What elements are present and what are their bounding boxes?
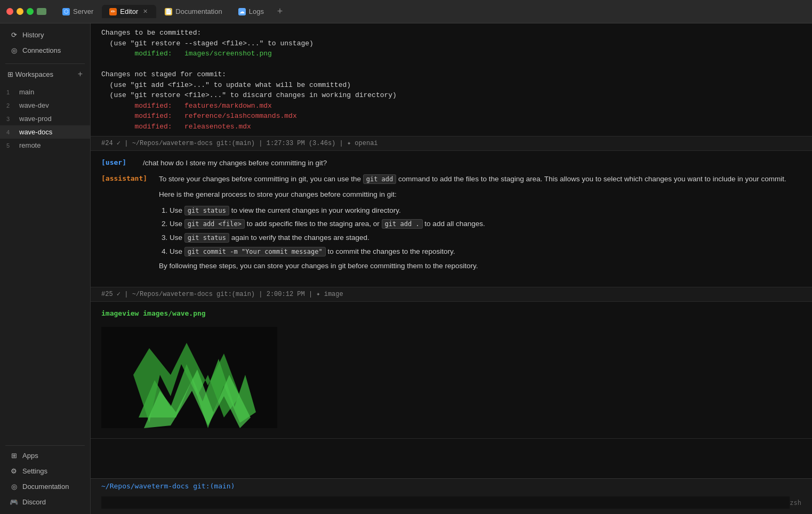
- tab-server-label: Server: [73, 7, 93, 15]
- workspace-item-wave-prod[interactable]: 3 wave-prod: [0, 112, 90, 125]
- minimize-button[interactable]: [17, 8, 23, 15]
- code-git-add: git add: [363, 174, 397, 184]
- tab-logs-label: Logs: [249, 7, 264, 15]
- sidebar-divider-1: [5, 63, 85, 64]
- code-git-add-dot: git add .: [382, 219, 423, 229]
- sidebar-item-documentation[interactable]: ◎ Documentation: [2, 479, 88, 494]
- history-icon: ⟳: [10, 30, 18, 39]
- terminal-input[interactable]: [101, 496, 790, 509]
- workspace-item-main[interactable]: 1 main: [0, 85, 90, 99]
- sidebar-apps-label: Apps: [22, 452, 38, 460]
- image-block: imageview images/wave.png: [91, 302, 812, 439]
- chat-assistant-label: [assistant]: [101, 173, 155, 276]
- sidebar-item-settings[interactable]: ⚙ Settings: [2, 463, 88, 478]
- code-git-status-2: git status: [184, 233, 229, 243]
- bottom-prompt-text: ~/Repos/waveterm-docs git:(main): [101, 482, 235, 490]
- workspace-list: 1 main 2 wave-dev 3 wave-prod 4 wave-doc…: [0, 82, 90, 155]
- sidebar-connections-label: Connections: [22, 46, 61, 54]
- terminal-output[interactable]: Changes to be committed: (use "git resto…: [91, 23, 812, 478]
- titlebar: ⬡ Server ✏ Editor ✕ 📄 Documentation ☁ Lo…: [0, 0, 812, 23]
- connections-icon: ◎: [10, 46, 18, 54]
- terminal-block-1: Changes to be committed: (use "git resto…: [91, 23, 812, 136]
- tab-editor[interactable]: ✏ Editor ✕: [102, 5, 156, 18]
- assistant-para-closing: By following these steps, you can store …: [159, 260, 801, 272]
- sidebar-settings-label: Settings: [22, 467, 47, 475]
- workspace-item-wave-docs[interactable]: 4 wave-docs: [0, 125, 90, 139]
- workspace-item-remote[interactable]: 5 remote: [0, 139, 90, 152]
- code-git-commit: git commit -m "Your commit message": [184, 247, 326, 256]
- workspace-wave-dev-label: wave-dev: [19, 101, 49, 109]
- tab-documentation-label: Documentation: [175, 7, 222, 15]
- git-status-line-3: modified: images/screenshot.png: [101, 49, 801, 59]
- tab-editor-close[interactable]: ✕: [141, 8, 149, 15]
- step-1: Use git status to view the current chang…: [170, 205, 801, 216]
- special-button[interactable]: [37, 8, 46, 15]
- code-git-add-file: git add <file>: [184, 219, 245, 229]
- sidebar-item-discord[interactable]: 🎮 Discord: [2, 494, 88, 509]
- sidebar-item-apps[interactable]: ⊞ Apps: [2, 448, 88, 463]
- tab-server[interactable]: ⬡ Server: [55, 5, 101, 18]
- git-status-line-9: modified: releasenotes.mdx: [101, 122, 801, 132]
- workspace-remote-label: remote: [19, 141, 41, 149]
- workspaces-label: ⊞ Workspaces: [7, 70, 53, 78]
- documentation-icon: ◎: [10, 482, 18, 491]
- code-git-status-1: git status: [184, 206, 229, 215]
- maximize-button[interactable]: [27, 8, 34, 15]
- tab-documentation[interactable]: 📄 Documentation: [157, 5, 229, 18]
- sidebar-top-section: ⟳ History ◎ Connections: [0, 23, 90, 61]
- bottom-prompt-bar: ~/Repos/waveterm-docs git:(main): [91, 478, 812, 493]
- assistant-steps-list: Use git status to view the current chang…: [159, 205, 801, 257]
- chat-user-line: [user] /chat how do I store my changes b…: [101, 157, 801, 169]
- sidebar-item-history[interactable]: ⟳ History: [2, 27, 88, 42]
- assistant-para-2: Here is the general process to store you…: [159, 189, 801, 200]
- server-tab-icon: ⬡: [62, 8, 70, 15]
- tab-bar: ⬡ Server ✏ Editor ✕ 📄 Documentation ☁ Lo…: [55, 4, 806, 19]
- git-status-line-5: (use "git add <file>..." to update what …: [101, 80, 801, 91]
- chat-assistant-line: [assistant] To store your changes before…: [101, 173, 801, 276]
- git-status-line-1: Changes to be committed:: [101, 28, 801, 38]
- status-prompt-3: #25 ✓ | ~/Repos/waveterm-docs git:(main)…: [101, 290, 343, 299]
- sidebar-divider-2: [5, 445, 85, 446]
- close-button[interactable]: [6, 8, 13, 15]
- wave-logo-image: [101, 327, 277, 428]
- workspaces-add-button[interactable]: +: [78, 69, 83, 79]
- terminal-status-line-3: #25 ✓ | ~/Repos/waveterm-docs git:(main)…: [91, 287, 812, 302]
- docs-tab-icon: 📄: [165, 8, 172, 15]
- sidebar-discord-label: Discord: [22, 498, 46, 506]
- git-status-line-2: (use "git restore --staged <file>..." to…: [101, 38, 801, 49]
- settings-icon: ⚙: [10, 467, 18, 475]
- discord-icon: 🎮: [10, 497, 18, 506]
- chat-assistant-content: To store your changes before committing …: [159, 173, 801, 276]
- traffic-lights: [6, 8, 46, 15]
- imageview-cmd: imageview images/wave.png: [101, 308, 801, 319]
- assistant-para-1: To store your changes before committing …: [159, 173, 801, 185]
- workspace-item-wave-dev[interactable]: 2 wave-dev: [0, 99, 90, 112]
- input-area: zsh: [91, 493, 812, 514]
- add-tab-button[interactable]: +: [272, 4, 287, 19]
- step-2: Use git add <file> to add specific files…: [170, 218, 801, 230]
- chat-user-content: /chat how do I store my changes before c…: [143, 157, 801, 169]
- apps-icon: ⊞: [10, 451, 18, 460]
- chat-block-2: [user] /chat how do I store my changes b…: [91, 151, 812, 287]
- workspace-main-label: main: [19, 88, 34, 96]
- zsh-label: zsh: [790, 499, 801, 507]
- git-status-line-8: modified: reference/slashcommands.mdx: [101, 111, 801, 122]
- sidebar-documentation-label: Documentation: [22, 483, 69, 491]
- git-status-line-4: Changes not staged for commit:: [101, 69, 801, 80]
- status-prompt-2: #24 ✓ | ~/Repos/waveterm-docs git:(main)…: [101, 139, 378, 148]
- input-row: zsh: [101, 496, 801, 509]
- git-status-line-7: modified: features/markdown.mdx: [101, 101, 801, 111]
- workspace-wave-prod-label: wave-prod: [19, 115, 52, 123]
- tab-editor-label: Editor: [120, 7, 138, 15]
- workspace-wave-docs-label: wave-docs: [19, 128, 52, 136]
- sidebar-item-connections[interactable]: ◎ Connections: [2, 43, 88, 58]
- sidebar-bottom: ⊞ Apps ⚙ Settings ◎ Documentation 🎮 Disc…: [0, 443, 90, 514]
- step-3: Use git status again to verify that the …: [170, 232, 801, 244]
- terminal-status-line-2: #24 ✓ | ~/Repos/waveterm-docs git:(main)…: [91, 136, 812, 151]
- tab-logs[interactable]: ☁ Logs: [231, 5, 271, 18]
- workspaces-header: ⊞ Workspaces +: [0, 66, 90, 82]
- sidebar-history-label: History: [22, 31, 44, 39]
- logs-tab-icon: ☁: [238, 8, 246, 15]
- main-layout: ⟳ History ◎ Connections ⊞ Workspaces + 1…: [0, 23, 812, 514]
- editor-tab-icon: ✏: [109, 8, 117, 15]
